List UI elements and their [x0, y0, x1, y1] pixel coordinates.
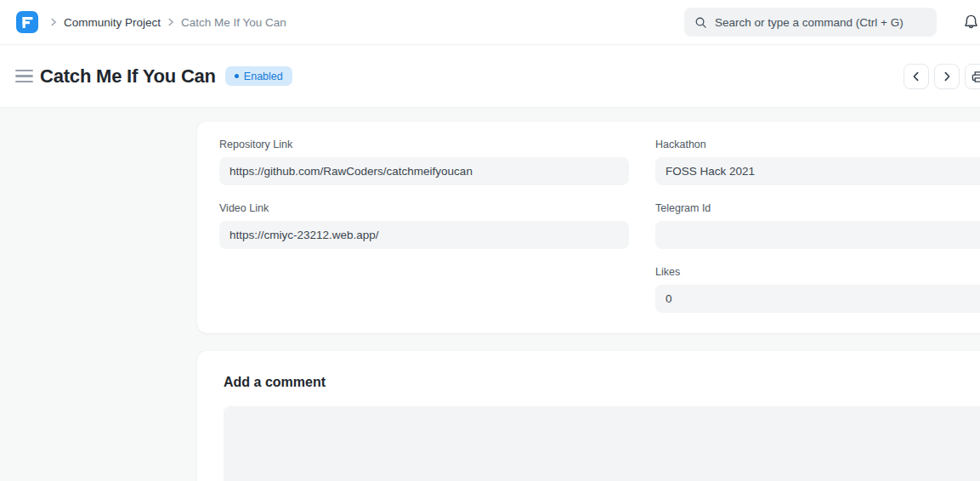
likes-input[interactable] — [655, 285, 980, 313]
field-label: Repository Link — [219, 139, 629, 150]
form-column-left: Repository Link Video Link — [219, 139, 629, 330]
field-hackathon: Hackathon — [655, 139, 980, 185]
field-repository-link: Repository Link — [219, 139, 629, 185]
field-label: Telegram Id — [655, 202, 980, 214]
global-search[interactable] — [684, 8, 937, 37]
breadcrumb-community-project[interactable]: Community Project — [64, 16, 161, 29]
chevron-right-icon — [942, 71, 952, 82]
prev-document-button[interactable] — [904, 64, 929, 89]
navbar-right — [684, 8, 980, 37]
comment-input[interactable] — [224, 406, 980, 481]
field-telegram-id: Telegram Id — [655, 202, 980, 249]
print-button[interactable] — [965, 64, 980, 89]
frappe-f-glyph — [21, 16, 34, 29]
chevron-right-icon — [167, 18, 175, 26]
field-label: Likes — [655, 266, 980, 278]
repository-link-input[interactable] — [219, 157, 629, 185]
form-column-right: Hackathon Telegram Id Likes — [655, 139, 980, 330]
form-grid: Repository Link Video Link Hackathon Tel… — [219, 139, 980, 330]
field-label: Hackathon — [655, 139, 980, 150]
navbar: Community Project Catch Me If You Can — [0, 0, 980, 45]
frappe-logo-icon[interactable] — [16, 11, 38, 33]
chevron-right-icon — [49, 18, 58, 26]
chevron-left-icon — [911, 71, 921, 82]
search-icon — [694, 16, 707, 29]
telegram-id-input[interactable] — [655, 221, 980, 249]
comment-card: Add a comment — [197, 351, 980, 481]
bell-icon — [963, 14, 979, 31]
status-badge-label: Enabled — [244, 71, 283, 82]
breadcrumb-current-doc[interactable]: Catch Me If You Can — [181, 16, 286, 29]
notifications-button[interactable] — [963, 14, 979, 31]
video-link-input[interactable] — [219, 221, 629, 249]
next-document-button[interactable] — [934, 64, 960, 89]
status-badge: Enabled — [225, 66, 292, 86]
form-card: Repository Link Video Link Hackathon Tel… — [197, 122, 980, 333]
header-actions — [904, 64, 980, 89]
sidebar-toggle-icon[interactable] — [15, 70, 33, 82]
status-dot-icon — [235, 74, 239, 78]
search-input[interactable] — [715, 16, 926, 29]
page-header: Catch Me If You Can Enabled — [0, 45, 980, 108]
field-label: Video Link — [219, 202, 629, 214]
printer-icon — [972, 71, 980, 83]
field-likes: Likes — [655, 266, 980, 313]
field-video-link: Video Link — [219, 202, 629, 249]
comment-section-heading: Add a comment — [224, 375, 980, 390]
page-title: Catch Me If You Can — [40, 65, 216, 88]
hackathon-input[interactable] — [655, 157, 980, 185]
